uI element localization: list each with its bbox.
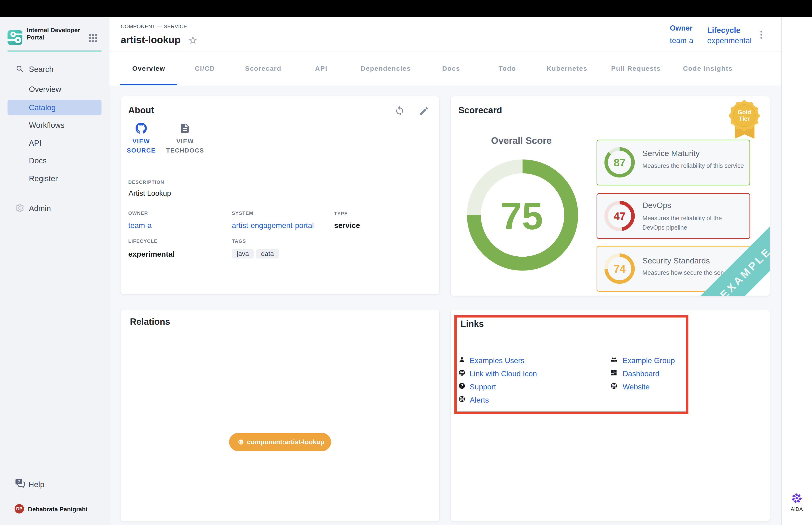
svg-text:?: ? — [18, 479, 20, 484]
svg-text:Tier: Tier — [739, 115, 750, 122]
svg-text:87: 87 — [613, 156, 626, 169]
svg-text:75: 75 — [501, 195, 543, 237]
svg-text:Gold: Gold — [738, 109, 751, 115]
svg-text:74: 74 — [613, 263, 626, 275]
svg-text:47: 47 — [613, 210, 626, 222]
